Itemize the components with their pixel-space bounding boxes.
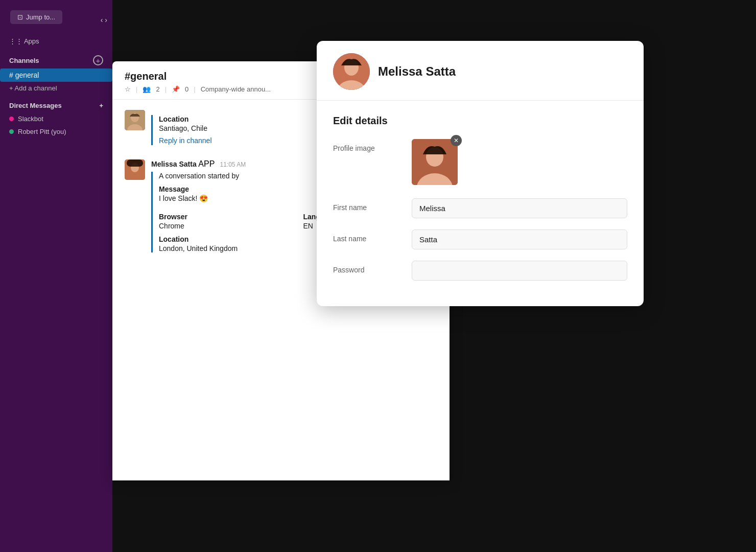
- pin-icon: 📌: [172, 85, 180, 93]
- slackbot-status-dot: [9, 117, 14, 121]
- last-name-input[interactable]: [412, 229, 627, 249]
- last-name-row: Last name: [333, 229, 627, 249]
- reply-in-channel-link[interactable]: Reply in channel: [159, 136, 212, 145]
- message-2-avatar: [125, 159, 145, 180]
- sidebar: ⊡ Jump to... ‹ › ⋮⋮ Apps Channels + # ge…: [0, 0, 112, 552]
- dm-item-robert[interactable]: Robert Pitt (you): [0, 125, 112, 138]
- remove-image-button[interactable]: ✕: [451, 135, 462, 146]
- message-1-avatar: [125, 110, 145, 130]
- profile-avatar: [333, 53, 370, 90]
- back-button[interactable]: ‹: [101, 16, 103, 24]
- add-channel-link[interactable]: + Add a channel: [0, 82, 112, 95]
- first-name-label: First name: [333, 198, 399, 212]
- star-icon: ☆: [125, 85, 131, 93]
- channel-item-general[interactable]: # general: [0, 68, 112, 82]
- first-name-row: First name: [333, 198, 627, 218]
- add-channel-icon[interactable]: +: [93, 55, 103, 65]
- apps-item[interactable]: ⋮⋮ Apps: [0, 34, 112, 48]
- apps-label: Apps: [24, 37, 39, 45]
- channels-label: Channels: [9, 57, 39, 64]
- channel-description: Company-wide annou...: [201, 85, 271, 93]
- robert-status-dot: [9, 129, 14, 134]
- dm-item-slackbot[interactable]: Slackbot: [0, 112, 112, 125]
- grid-icon: ⋮⋮: [9, 37, 24, 45]
- jump-to-button[interactable]: ⊡ Jump to...: [10, 10, 62, 24]
- password-label: Password: [333, 261, 399, 274]
- first-name-input[interactable]: [412, 198, 627, 218]
- message-2-time: 11:05 AM: [220, 161, 246, 168]
- svg-rect-6: [127, 159, 143, 167]
- last-name-field[interactable]: [412, 229, 627, 249]
- profile-modal-header: Melissa Satta: [317, 41, 644, 101]
- profile-name: Melissa Satta: [378, 64, 456, 79]
- browser-col: Browser Chrome: [159, 208, 293, 230]
- password-field[interactable]: [412, 261, 627, 281]
- password-input[interactable]: [412, 261, 627, 281]
- people-icon: 👥: [143, 85, 151, 93]
- edit-details-title: Edit details: [333, 115, 627, 127]
- profile-image-preview: [412, 139, 458, 185]
- profile-image-label: Profile image: [333, 139, 399, 152]
- profile-modal: Melissa Satta Edit details Profile image: [317, 41, 644, 306]
- nav-arrows: ‹ ›: [101, 16, 107, 24]
- last-name-label: Last name: [333, 229, 399, 243]
- dm-section: Direct Messages +: [0, 95, 112, 112]
- profile-modal-body: Edit details Profile image ✕: [317, 101, 644, 306]
- message-2-sender: Melissa Satta: [151, 160, 197, 168]
- forward-button[interactable]: ›: [105, 16, 107, 24]
- add-dm-icon[interactable]: +: [99, 102, 103, 109]
- browser-label: Browser: [159, 213, 293, 221]
- first-name-field[interactable]: [412, 198, 627, 218]
- profile-image-container: ✕: [412, 139, 458, 185]
- robert-name: Robert Pitt (you): [18, 128, 66, 135]
- app-badge: APP: [198, 159, 215, 168]
- browser-value: Chrome: [159, 222, 293, 230]
- jump-icon: ⊡: [17, 13, 23, 21]
- profile-image-row: Profile image ✕: [333, 139, 627, 187]
- member-count: 2: [156, 85, 159, 93]
- profile-image-field: ✕: [412, 139, 627, 187]
- pin-count: 0: [185, 85, 188, 93]
- password-row: Password: [333, 261, 627, 281]
- jump-label: Jump to...: [26, 13, 55, 21]
- slackbot-name: Slackbot: [18, 115, 43, 123]
- channel-name: # general: [9, 71, 39, 79]
- channels-section: Channels +: [0, 48, 112, 68]
